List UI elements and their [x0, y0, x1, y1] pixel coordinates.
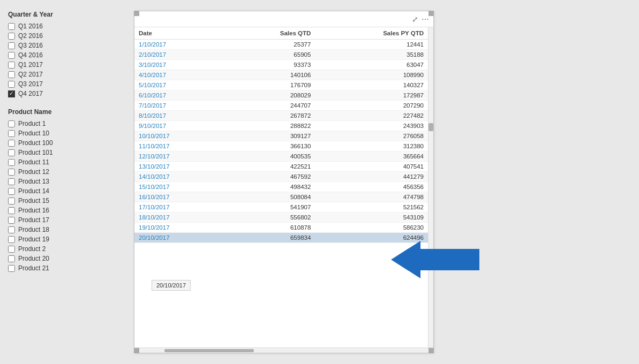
product-item[interactable]: Product 16 — [8, 206, 123, 215]
quarter-item[interactable]: Q4 2017 — [8, 89, 123, 98]
product-item[interactable]: Product 10 — [8, 128, 123, 138]
product-item[interactable]: Product 100 — [8, 138, 123, 148]
cell-date: 8/10/2017 — [134, 111, 225, 121]
cell-sales-qtd: 366130 — [225, 141, 315, 151]
cell-sales-qtd: 93373 — [225, 60, 315, 70]
product-item[interactable]: Product 1 — [8, 119, 123, 128]
cell-sales-qtd: 508084 — [225, 192, 315, 202]
table-row[interactable]: 7/10/2017244707207290 — [134, 101, 428, 111]
product-item[interactable]: Product 15 — [8, 196, 123, 206]
cell-date: 13/10/2017 — [134, 162, 225, 172]
table-row[interactable]: 16/10/2017508084474798 — [134, 192, 428, 202]
table-row[interactable]: 1/10/20172537712441 — [134, 40, 428, 50]
cell-date: 7/10/2017 — [134, 101, 225, 111]
cell-sales-qtd: 140106 — [225, 70, 315, 80]
cell-sales-py-qtd: 172987 — [315, 90, 428, 101]
quarter-item[interactable]: Q2 2016 — [8, 31, 123, 41]
product-item[interactable]: Product 20 — [8, 254, 123, 263]
cell-sales-py-qtd: 276058 — [315, 131, 428, 141]
cell-sales-py-qtd: 227482 — [315, 111, 428, 121]
cell-sales-qtd: 65905 — [225, 50, 315, 60]
product-item[interactable]: Product 21 — [8, 263, 123, 273]
cell-sales-qtd: 556802 — [225, 213, 315, 223]
quarter-item[interactable]: Q2 2017 — [8, 70, 123, 79]
resize-handle-br[interactable] — [428, 348, 434, 353]
table-scroll-area[interactable]: Date Sales QTD Sales PY QTD 1/10/2017253… — [134, 27, 433, 347]
cell-sales-qtd: 176709 — [225, 80, 315, 90]
cell-date: 10/10/2017 — [134, 131, 225, 141]
cell-date: 16/10/2017 — [134, 192, 225, 202]
table-row[interactable]: 11/10/2017366130312380 — [134, 141, 428, 151]
table-row[interactable]: 8/10/2017267872227482 — [134, 111, 428, 121]
product-item[interactable]: Product 11 — [8, 157, 123, 167]
table-row[interactable]: 2/10/20176590535188 — [134, 50, 428, 60]
cell-date: 15/10/2017 — [134, 182, 225, 192]
product-item[interactable]: Product 101 — [8, 148, 123, 157]
h-scrollbar-thumb[interactable] — [164, 349, 254, 352]
product-item[interactable]: Product 14 — [8, 186, 123, 196]
cell-sales-py-qtd: 35188 — [315, 50, 428, 60]
cell-sales-py-qtd: 441279 — [315, 172, 428, 182]
cell-sales-qtd: 422521 — [225, 162, 315, 172]
table-row[interactable]: 6/10/2017208029172987 — [134, 90, 428, 101]
quarter-item[interactable]: Q1 2017 — [8, 60, 123, 70]
table-row[interactable]: 3/10/20179337363047 — [134, 60, 428, 70]
cell-date: 3/10/2017 — [134, 60, 225, 70]
table-row[interactable]: 9/10/2017288822243903 — [134, 121, 428, 131]
cell-sales-qtd: 244707 — [225, 101, 315, 111]
cell-sales-qtd: 288822 — [225, 121, 315, 131]
table-row[interactable]: 18/10/2017556802543109 — [134, 213, 428, 223]
cell-sales-qtd: 25377 — [225, 40, 315, 50]
cell-sales-py-qtd: 243903 — [315, 121, 428, 131]
quarter-item[interactable]: Q3 2017 — [8, 79, 123, 89]
product-item[interactable]: Product 18 — [8, 225, 123, 234]
left-panel: Quarter & Year Q1 2016Q2 2016Q3 2016Q4 2… — [5, 5, 129, 359]
resize-handle-tl[interactable] — [134, 11, 139, 16]
quarter-year-title: Quarter & Year — [8, 11, 123, 18]
table-row[interactable]: 12/10/2017400535365664 — [134, 151, 428, 162]
product-name-title: Product Name — [8, 108, 123, 116]
product-item[interactable]: Product 17 — [8, 215, 123, 225]
cell-sales-py-qtd: 474798 — [315, 192, 428, 202]
expand-icon[interactable]: ⤢ — [412, 15, 418, 24]
product-item[interactable]: Product 13 — [8, 177, 123, 186]
col-header-date: Date — [134, 27, 225, 40]
product-item[interactable]: Product 12 — [8, 167, 123, 177]
table-row[interactable]: 14/10/2017467592441279 — [134, 172, 428, 182]
cell-date: 6/10/2017 — [134, 90, 225, 101]
quarter-item[interactable]: Q4 2016 — [8, 50, 123, 60]
cell-date: 20/10/2017 — [134, 233, 225, 243]
arrow-container — [391, 241, 479, 278]
arrow-body — [420, 249, 479, 270]
cell-sales-py-qtd: 365664 — [315, 151, 428, 162]
menu-icon[interactable]: ⋯ — [422, 15, 429, 24]
cell-sales-qtd: 541907 — [225, 202, 315, 213]
cell-sales-qtd: 208029 — [225, 90, 315, 101]
cell-sales-qtd: 467592 — [225, 172, 315, 182]
table-row[interactable]: 4/10/2017140106108990 — [134, 70, 428, 80]
resize-handle-bl[interactable] — [134, 348, 139, 353]
table-row[interactable]: 13/10/2017422521407541 — [134, 162, 428, 172]
product-item[interactable]: Product 19 — [8, 234, 123, 244]
quarter-item[interactable]: Q1 2016 — [8, 21, 123, 31]
table-row[interactable]: 20/10/2017659834624496 — [134, 233, 428, 243]
table-row[interactable]: 17/10/2017541907521562 — [134, 202, 428, 213]
vertical-scrollbar[interactable] — [428, 27, 433, 347]
resize-handle-tr[interactable] — [428, 11, 434, 16]
scrollbar-thumb[interactable] — [428, 123, 433, 131]
table-row[interactable]: 19/10/2017610878586230 — [134, 223, 428, 233]
blue-arrow — [391, 241, 479, 278]
table-row[interactable]: 15/10/2017498432456356 — [134, 182, 428, 192]
table-row[interactable]: 10/10/2017309127276058 — [134, 131, 428, 141]
cell-date: 5/10/2017 — [134, 80, 225, 90]
cell-date: 12/10/2017 — [134, 151, 225, 162]
cell-sales-py-qtd: 207290 — [315, 101, 428, 111]
product-item[interactable]: Product 2 — [8, 244, 123, 254]
cell-sales-py-qtd: 63047 — [315, 60, 428, 70]
horizontal-scrollbar[interactable] — [134, 347, 433, 353]
quarter-item[interactable]: Q3 2016 — [8, 41, 123, 50]
cell-sales-qtd: 267872 — [225, 111, 315, 121]
cell-date: 18/10/2017 — [134, 213, 225, 223]
cell-sales-py-qtd: 140327 — [315, 80, 428, 90]
table-row[interactable]: 5/10/2017176709140327 — [134, 80, 428, 90]
